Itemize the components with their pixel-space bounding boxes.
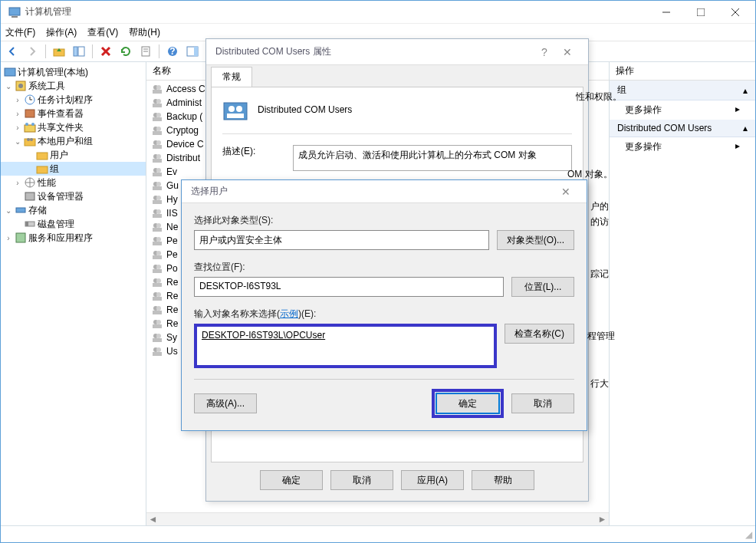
scroll-right-icon[interactable]: ► [596, 513, 609, 525]
tree-users[interactable]: 用户 [1, 148, 146, 162]
svg-point-81 [156, 265, 161, 269]
locations-button[interactable]: 位置(L)... [511, 277, 574, 297]
svg-rect-91 [153, 311, 162, 314]
properties-titlebar: Distributed COM Users 属性 ? ✕ [206, 39, 588, 65]
desc-fragment: 的访 [590, 216, 609, 229]
help-icon[interactable]: ? [164, 43, 181, 60]
svg-point-87 [156, 292, 161, 297]
menu-help[interactable]: 帮助(H) [129, 26, 160, 39]
description-field[interactable]: 成员允许启动、激活和使用此计算机上的分布式 COM 对象 [293, 145, 572, 171]
action-group-dcom[interactable]: Distributed COM Users▴ [610, 120, 755, 137]
svg-rect-28 [25, 139, 35, 146]
object-types-button[interactable]: 对象类型(O)... [497, 230, 574, 250]
help-button[interactable]: 帮助 [472, 470, 534, 490]
menu-action[interactable]: 操作(A) [46, 26, 77, 39]
group-icon [222, 98, 248, 124]
svg-rect-88 [153, 297, 162, 301]
dialog-close-button[interactable]: ✕ [554, 186, 577, 198]
menu-file[interactable]: 文件(F) [5, 26, 35, 39]
up-folder-icon[interactable] [51, 43, 67, 60]
tree-event-viewer[interactable]: ›事件查看器 [1, 107, 146, 120]
tree-root[interactable]: 计算机管理(本地) [1, 65, 146, 79]
action-group-groups[interactable]: 组▴ [610, 81, 755, 100]
svg-point-75 [156, 237, 161, 242]
tree-task-scheduler[interactable]: ›任务计划程序 [1, 93, 146, 107]
window-title: 计算机管理 [25, 5, 649, 18]
resize-grip-icon[interactable]: ◢ [742, 529, 755, 540]
select-users-dialog: 选择用户 ✕ 选择此对象类型(S): 用户或内置安全主体 对象类型(O)... … [181, 179, 587, 431]
tree-pane[interactable]: 计算机管理(本地) ⌄系统工具 ›任务计划程序 ›事件查看器 ›共享文件夹 ⌄本… [1, 62, 146, 525]
svg-point-99 [156, 347, 161, 352]
cancel-button[interactable]: 取消 [511, 393, 574, 413]
collapse-icon: ▴ [743, 123, 748, 133]
tree-performance[interactable]: ›性能 [1, 176, 146, 189]
tree-local-users-groups[interactable]: ⌄本地用户和组 [1, 134, 146, 148]
svg-rect-17 [194, 47, 198, 56]
object-type-label: 选择此对象类型(S): [194, 214, 574, 227]
location-field[interactable]: DESKTOP-I6ST93L [194, 277, 504, 297]
svg-point-51 [156, 127, 161, 131]
desc-fragment: 性和权限。 [576, 90, 622, 104]
svg-point-26 [25, 123, 28, 126]
tree-shared-folders[interactable]: ›共享文件夹 [1, 120, 146, 134]
advanced-button[interactable]: 高级(A)... [194, 393, 257, 413]
forward-button[interactable] [24, 43, 41, 60]
svg-rect-32 [37, 166, 48, 173]
svg-rect-0 [9, 8, 20, 15]
check-names-button[interactable]: 检查名称(C) [505, 324, 574, 344]
svg-point-30 [30, 138, 33, 141]
dialog-close-button[interactable]: ✕ [556, 46, 579, 58]
svg-rect-31 [37, 153, 48, 160]
apply-button[interactable]: 应用(A) [401, 470, 464, 490]
select-users-titlebar: 选择用户 ✕ [182, 180, 587, 203]
svg-rect-18 [5, 68, 15, 76]
delete-icon[interactable] [97, 43, 114, 60]
scroll-left-icon[interactable]: ◄ [146, 513, 159, 525]
svg-point-57 [156, 154, 161, 159]
location-label: 查找位置(F): [194, 261, 574, 274]
ok-button[interactable]: 确定 [260, 470, 323, 490]
svg-rect-67 [153, 200, 162, 204]
action-more-1[interactable]: 更多操作▸ [610, 100, 755, 120]
cancel-button[interactable]: 取消 [330, 470, 393, 490]
svg-point-103 [236, 106, 242, 112]
back-button[interactable] [4, 43, 21, 60]
svg-rect-8 [78, 47, 84, 56]
svg-point-20 [18, 84, 23, 88]
horizontal-scrollbar[interactable]: ◄ ► [146, 512, 609, 525]
tree-storage[interactable]: ⌄存储 [1, 203, 146, 217]
maximize-button[interactable] [683, 2, 718, 23]
close-button[interactable] [718, 2, 752, 23]
object-names-input[interactable]: DESKTOP-I6ST93L\OPCUser [194, 324, 497, 368]
svg-point-84 [156, 278, 161, 283]
svg-rect-76 [153, 242, 162, 245]
tree-device-manager[interactable]: 设备管理器 [1, 189, 146, 203]
examples-link[interactable]: 示例 [280, 308, 298, 319]
refresh-icon[interactable] [117, 43, 134, 60]
export-list-icon[interactable] [137, 43, 154, 60]
svg-point-102 [228, 106, 235, 112]
action-pane-icon[interactable] [184, 43, 201, 60]
svg-rect-43 [153, 90, 162, 94]
svg-rect-40 [16, 233, 25, 242]
action-more-2[interactable]: 更多操作▸ [610, 137, 755, 156]
tree-disk-management[interactable]: 磁盘管理 [1, 217, 146, 231]
svg-point-48 [156, 113, 161, 117]
object-names-label: 输入对象名称来选择(示例)(E): [194, 308, 574, 321]
titlebar: 计算机管理 [1, 1, 755, 24]
svg-rect-52 [153, 131, 162, 135]
ok-button[interactable]: 确定 [436, 393, 499, 413]
show-hide-tree-icon[interactable] [71, 43, 87, 60]
svg-rect-104 [227, 114, 244, 118]
svg-rect-39 [25, 222, 28, 226]
minimize-button[interactable] [649, 2, 683, 23]
tree-systools[interactable]: ⌄系统工具 [1, 79, 146, 93]
tab-general[interactable]: 常规 [211, 67, 252, 87]
help-button[interactable]: ? [533, 46, 556, 58]
svg-rect-58 [153, 159, 162, 163]
tree-services-apps[interactable]: ›服务和应用程序 [1, 231, 146, 245]
object-type-field[interactable]: 用户或内置安全主体 [194, 230, 489, 250]
tree-groups[interactable]: 组 [1, 162, 146, 176]
menu-view[interactable]: 查看(V) [87, 26, 118, 39]
svg-rect-7 [74, 47, 77, 56]
